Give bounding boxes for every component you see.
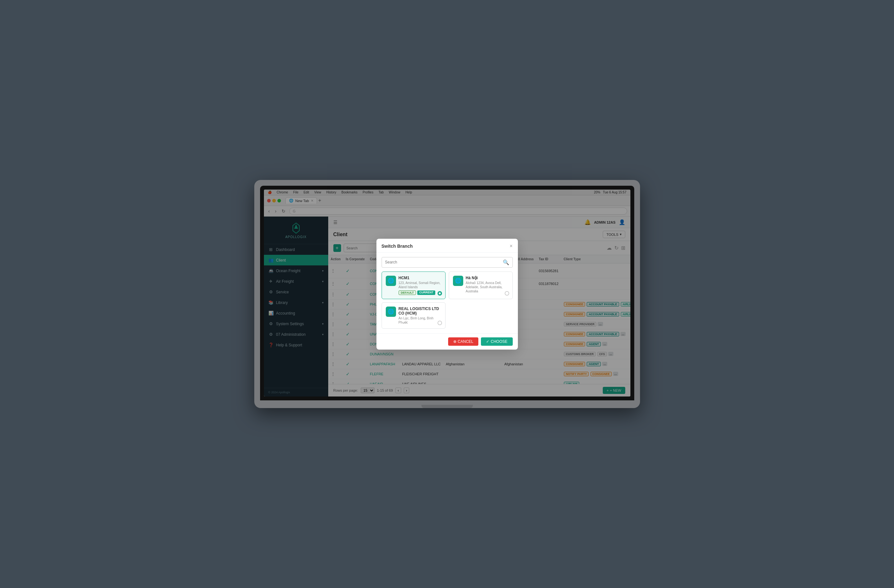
branch-card-hanoi[interactable]: 🌐 Hà Nội Alohaõ 1234, Avoca Dell, Adelai… [449,271,513,299]
screen-bezel: 🍎 Chrome File Edit View History Bookmark… [260,186,634,400]
modal-search-input[interactable] [385,260,501,264]
branch-card-real-logistics[interactable]: 🌐 REAL LOGISTICS LTD CO (HCM) An Lộc, Bì… [382,302,445,329]
branch-name: REAL LOGISTICS LTD CO (HCM) [399,306,441,315]
branch-card-header: 🌐 HCM1 123, Aminsal, Somali Region, Alan… [386,276,441,295]
modal-footer: ⊗ CANCEL ✓ CHOOSE [376,333,518,350]
laptop-frame: 🍎 Chrome File Edit View History Bookmark… [254,180,640,408]
branch-card-header: 🌐 REAL LOGISTICS LTD CO (HCM) An Lộc, Bì… [386,306,441,324]
branch-grid: 🌐 HCM1 123, Aminsal, Somali Region, Alan… [382,271,513,329]
branch-badges: DEFAULT CURRENT [399,291,441,295]
branch-radio-empty [438,321,442,325]
branch-radio-empty [505,291,509,296]
modal-close-button[interactable]: × [509,243,512,249]
branch-address: 123, Aminsal, Somali Region, Aland Islan… [399,281,441,289]
modal-overlay: Switch Branch × 🔍 🌐 [264,190,630,397]
choose-button[interactable]: ✓ CHOOSE [481,338,512,346]
modal-body: 🔍 🌐 HCM1 123, Aminsal, Somali Region, Al… [376,253,518,333]
branch-info: Hà Nội Alohaõ 1234, Avoca Dell, Adelaide… [466,276,509,293]
cancel-label: CANCEL [458,339,474,344]
branch-address: An Lộc, Bình Long, Bình Phước [399,316,441,324]
branch-name: HCM1 [399,276,441,280]
branch-name: Hà Nội [466,276,509,280]
branch-info: HCM1 123, Aminsal, Somali Region, Aland … [399,276,441,295]
current-badge: CURRENT [417,291,435,295]
screen: 🍎 Chrome File Edit View History Bookmark… [264,190,630,397]
branch-card-header: 🌐 Hà Nội Alohaõ 1234, Avoca Dell, Adelai… [453,276,509,293]
branch-globe-icon: 🌐 [453,276,463,286]
choose-label: CHOOSE [491,339,507,344]
default-badge: DEFAULT [399,291,416,295]
cancel-button[interactable]: ⊗ CANCEL [448,338,479,346]
branch-info: REAL LOGISTICS LTD CO (HCM) An Lộc, Bình… [399,306,441,324]
branch-card-hcm1[interactable]: 🌐 HCM1 123, Aminsal, Somali Region, Alan… [382,271,445,299]
modal-title: Switch Branch [382,244,413,249]
branch-radio-selected [438,291,442,296]
modal-header: Switch Branch × [376,239,518,253]
branch-globe-icon: 🌐 [386,276,396,286]
choose-icon: ✓ [486,339,489,344]
modal-search-icon: 🔍 [503,259,509,265]
switch-branch-modal: Switch Branch × 🔍 🌐 [376,239,518,350]
branch-globe-icon: 🌐 [386,306,396,317]
branch-address: Alohaõ 1234, Avoca Dell, Adelaide, South… [466,281,509,293]
cancel-icon: ⊗ [453,339,456,344]
modal-search-box: 🔍 [382,257,513,268]
